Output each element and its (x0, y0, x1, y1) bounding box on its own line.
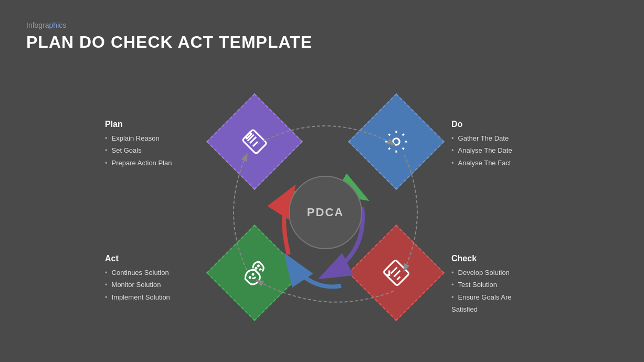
check-diamond-inner (373, 249, 420, 296)
act-diamond-inner (231, 249, 278, 296)
header: Infographics PLAN DO CHECK ACT TEMPLATE (26, 21, 312, 52)
plan-item-2: Set Goals (105, 144, 172, 156)
act-item-1: Continues Solution (105, 267, 170, 279)
do-item-1: Gather The Date (451, 132, 512, 144)
svg-point-4 (392, 137, 401, 146)
plan-diamond-inner (231, 118, 278, 165)
center-text: PDCA (307, 206, 344, 219)
svg-line-12 (397, 276, 400, 280)
diagram-container: PDCA (205, 92, 446, 333)
act-items: Continues Solution Monitor Solution Impl… (105, 267, 170, 303)
plan-item-3: Prepare Action Plan (105, 157, 172, 169)
check-icon (378, 254, 415, 292)
do-item-2: Analyse The Date (451, 144, 512, 156)
act-icon (236, 254, 273, 292)
check-items: Develop Solution Test Solution Ensure Go… (451, 267, 514, 316)
check-item-2: Test Solution (451, 279, 514, 291)
svg-point-5 (249, 276, 251, 278)
do-label: Do (451, 120, 462, 129)
svg-point-7 (255, 268, 257, 269)
main-title: PLAN DO CHECK ACT TEMPLATE (26, 33, 312, 52)
do-icon (378, 123, 415, 161)
do-diamond (348, 93, 445, 190)
svg-rect-9 (383, 260, 409, 286)
plan-items: Explain Reason Set Goals Prepare Action … (105, 132, 172, 169)
check-label: Check (451, 254, 477, 263)
svg-point-6 (252, 273, 254, 275)
check-item-3: Ensure Goals Are Satisfied (441, 291, 514, 316)
category-label: Infographics (26, 21, 312, 29)
act-label: Act (105, 254, 119, 263)
do-items: Gather The Date Analyse The Date Analyse… (451, 132, 512, 169)
plan-label: Plan (105, 120, 123, 129)
plan-icon (236, 123, 273, 161)
svg-line-10 (391, 268, 397, 274)
svg-point-8 (258, 265, 259, 267)
act-diamond (206, 225, 303, 321)
check-diamond (348, 225, 445, 321)
svg-line-2 (253, 142, 258, 146)
act-item-2: Monitor Solution (105, 279, 170, 291)
do-item-3: Analyse The Fact (451, 157, 512, 169)
check-item-1: Develop Solution (451, 267, 514, 279)
act-item-3: Implement Solution (105, 291, 170, 303)
center-circle: PDCA (289, 176, 362, 249)
plan-diamond (206, 93, 303, 190)
plan-item-1: Explain Reason (105, 132, 172, 144)
do-diamond-inner (373, 118, 420, 165)
svg-rect-0 (242, 129, 267, 154)
svg-line-11 (394, 271, 400, 277)
